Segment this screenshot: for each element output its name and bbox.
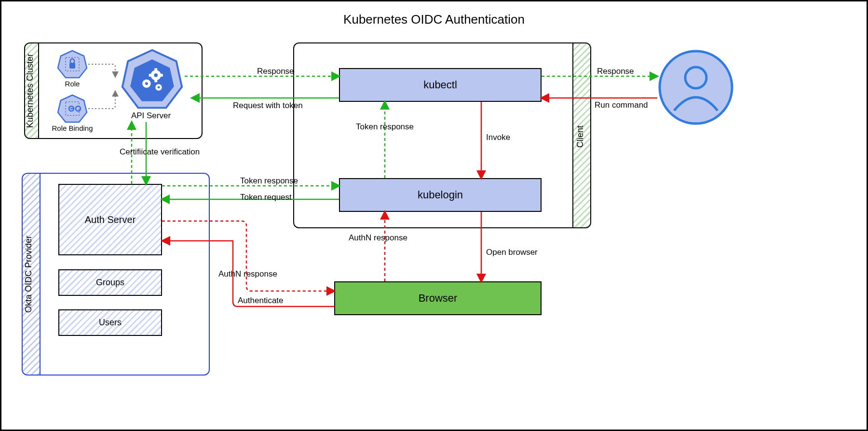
svg-point-8 [154, 73, 158, 77]
users-node: Users [58, 309, 162, 336]
diagram-title: Kubernetes OIDC Authentication [1, 12, 867, 27]
kubectl-node: kubectl [339, 68, 542, 102]
edge-run-command: Run command [595, 100, 648, 110]
edge-authn-kubelogin: AuthN response [349, 233, 407, 243]
svg-point-12 [158, 86, 160, 89]
kubectl-label: kubectl [423, 79, 457, 91]
browser-node: Browser [334, 281, 542, 315]
edge-request-token: Request with token [233, 101, 303, 111]
okta-label: Okta OIDC Provider [24, 219, 34, 330]
edge-token-response-kubectl: Token response [356, 122, 414, 132]
authserver-node: Auth Server [58, 184, 162, 255]
apiserver-icon [120, 47, 185, 112]
edge-token-request: Token request [240, 193, 292, 202]
edge-response-user: Response [597, 67, 634, 76]
svg-rect-15 [149, 74, 151, 77]
svg-rect-16 [161, 74, 163, 77]
svg-rect-13 [154, 68, 157, 70]
edge-response-api: Response [257, 67, 294, 76]
svg-rect-14 [154, 80, 157, 83]
diagram-canvas: Kubernetes OIDC Authentication Kubernete… [0, 0, 868, 431]
edge-token-response-auth: Token response [240, 176, 298, 186]
edge-cert-verification: Certifiicate verification [120, 147, 200, 157]
rolebinding-label: Role Binding [51, 124, 94, 132]
role-icon [57, 49, 88, 80]
svg-point-10 [145, 82, 148, 85]
kubelogin-node: kubelogin [339, 178, 542, 212]
users-label: Users [99, 318, 122, 328]
authserver-label: Auth Server [85, 214, 136, 225]
client-label: Client [575, 112, 585, 161]
apiserver-label: API Server [127, 111, 175, 121]
browser-label: Browser [419, 292, 458, 305]
edge-authenticate: Authenticate [238, 296, 284, 306]
role-label: Role [57, 80, 88, 88]
k8s-cluster-label: Kubernetes Cluster [25, 52, 35, 129]
edge-authn-auth: AuthN response [218, 269, 277, 279]
edge-invoke: Invoke [486, 133, 510, 142]
rolebinding-icon [57, 93, 88, 124]
user-icon [657, 49, 734, 126]
svg-rect-2 [69, 63, 75, 69]
edge-open-browser: Open browser [486, 248, 538, 257]
kubelogin-label: kubelogin [418, 189, 463, 201]
groups-node: Groups [58, 269, 162, 296]
groups-label: Groups [96, 278, 124, 288]
